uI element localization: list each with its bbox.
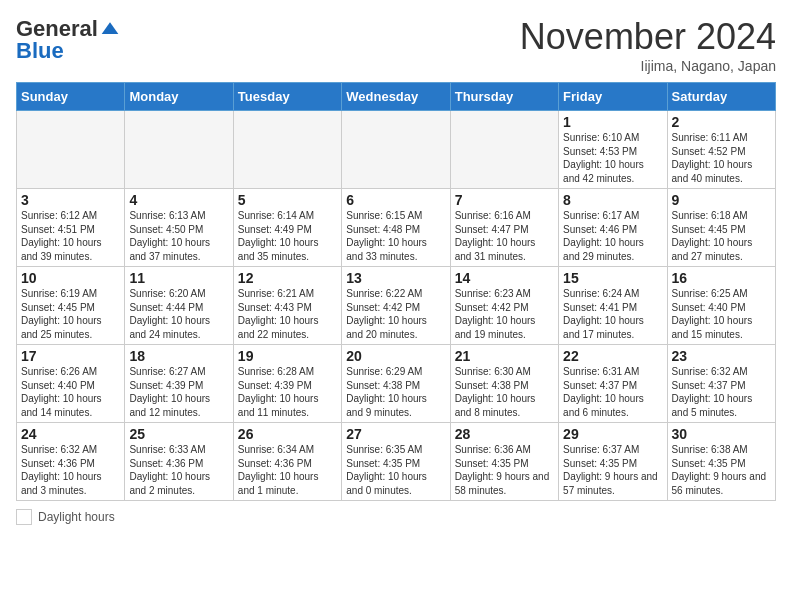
calendar-cell: 14Sunrise: 6:23 AM Sunset: 4:42 PM Dayli… bbox=[450, 267, 558, 345]
day-number: 8 bbox=[563, 192, 662, 208]
day-number: 3 bbox=[21, 192, 120, 208]
day-info: Sunrise: 6:12 AM Sunset: 4:51 PM Dayligh… bbox=[21, 209, 120, 263]
calendar-cell: 18Sunrise: 6:27 AM Sunset: 4:39 PM Dayli… bbox=[125, 345, 233, 423]
calendar-cell: 13Sunrise: 6:22 AM Sunset: 4:42 PM Dayli… bbox=[342, 267, 450, 345]
logo-blue-text: Blue bbox=[16, 38, 64, 64]
calendar-cell: 11Sunrise: 6:20 AM Sunset: 4:44 PM Dayli… bbox=[125, 267, 233, 345]
calendar-cell: 8Sunrise: 6:17 AM Sunset: 4:46 PM Daylig… bbox=[559, 189, 667, 267]
day-info: Sunrise: 6:29 AM Sunset: 4:38 PM Dayligh… bbox=[346, 365, 445, 419]
day-number: 27 bbox=[346, 426, 445, 442]
weekday-header: Saturday bbox=[667, 83, 775, 111]
calendar-cell bbox=[125, 111, 233, 189]
day-info: Sunrise: 6:24 AM Sunset: 4:41 PM Dayligh… bbox=[563, 287, 662, 341]
footer-label: Daylight hours bbox=[38, 510, 115, 524]
day-info: Sunrise: 6:30 AM Sunset: 4:38 PM Dayligh… bbox=[455, 365, 554, 419]
calendar-cell bbox=[342, 111, 450, 189]
day-info: Sunrise: 6:31 AM Sunset: 4:37 PM Dayligh… bbox=[563, 365, 662, 419]
calendar-cell: 12Sunrise: 6:21 AM Sunset: 4:43 PM Dayli… bbox=[233, 267, 341, 345]
day-number: 19 bbox=[238, 348, 337, 364]
day-info: Sunrise: 6:37 AM Sunset: 4:35 PM Dayligh… bbox=[563, 443, 662, 497]
logo-icon bbox=[100, 19, 120, 39]
calendar-cell bbox=[17, 111, 125, 189]
day-info: Sunrise: 6:33 AM Sunset: 4:36 PM Dayligh… bbox=[129, 443, 228, 497]
day-number: 29 bbox=[563, 426, 662, 442]
day-info: Sunrise: 6:15 AM Sunset: 4:48 PM Dayligh… bbox=[346, 209, 445, 263]
day-info: Sunrise: 6:36 AM Sunset: 4:35 PM Dayligh… bbox=[455, 443, 554, 497]
day-number: 25 bbox=[129, 426, 228, 442]
day-number: 22 bbox=[563, 348, 662, 364]
day-number: 5 bbox=[238, 192, 337, 208]
weekday-header: Wednesday bbox=[342, 83, 450, 111]
calendar-cell: 21Sunrise: 6:30 AM Sunset: 4:38 PM Dayli… bbox=[450, 345, 558, 423]
calendar-cell: 24Sunrise: 6:32 AM Sunset: 4:36 PM Dayli… bbox=[17, 423, 125, 501]
calendar-cell bbox=[450, 111, 558, 189]
day-info: Sunrise: 6:20 AM Sunset: 4:44 PM Dayligh… bbox=[129, 287, 228, 341]
calendar-cell: 10Sunrise: 6:19 AM Sunset: 4:45 PM Dayli… bbox=[17, 267, 125, 345]
day-number: 17 bbox=[21, 348, 120, 364]
day-number: 6 bbox=[346, 192, 445, 208]
calendar-cell: 26Sunrise: 6:34 AM Sunset: 4:36 PM Dayli… bbox=[233, 423, 341, 501]
day-number: 4 bbox=[129, 192, 228, 208]
day-number: 15 bbox=[563, 270, 662, 286]
calendar-cell: 9Sunrise: 6:18 AM Sunset: 4:45 PM Daylig… bbox=[667, 189, 775, 267]
day-number: 30 bbox=[672, 426, 771, 442]
day-number: 7 bbox=[455, 192, 554, 208]
day-number: 20 bbox=[346, 348, 445, 364]
day-info: Sunrise: 6:16 AM Sunset: 4:47 PM Dayligh… bbox=[455, 209, 554, 263]
day-number: 13 bbox=[346, 270, 445, 286]
calendar-cell: 23Sunrise: 6:32 AM Sunset: 4:37 PM Dayli… bbox=[667, 345, 775, 423]
calendar-cell: 19Sunrise: 6:28 AM Sunset: 4:39 PM Dayli… bbox=[233, 345, 341, 423]
day-info: Sunrise: 6:38 AM Sunset: 4:35 PM Dayligh… bbox=[672, 443, 771, 497]
calendar-cell: 25Sunrise: 6:33 AM Sunset: 4:36 PM Dayli… bbox=[125, 423, 233, 501]
calendar-week-row: 24Sunrise: 6:32 AM Sunset: 4:36 PM Dayli… bbox=[17, 423, 776, 501]
weekday-header: Friday bbox=[559, 83, 667, 111]
calendar-cell: 5Sunrise: 6:14 AM Sunset: 4:49 PM Daylig… bbox=[233, 189, 341, 267]
calendar-week-row: 17Sunrise: 6:26 AM Sunset: 4:40 PM Dayli… bbox=[17, 345, 776, 423]
calendar-table: SundayMondayTuesdayWednesdayThursdayFrid… bbox=[16, 82, 776, 501]
weekday-header: Tuesday bbox=[233, 83, 341, 111]
day-info: Sunrise: 6:14 AM Sunset: 4:49 PM Dayligh… bbox=[238, 209, 337, 263]
day-number: 12 bbox=[238, 270, 337, 286]
day-number: 14 bbox=[455, 270, 554, 286]
calendar-cell: 22Sunrise: 6:31 AM Sunset: 4:37 PM Dayli… bbox=[559, 345, 667, 423]
footer: Daylight hours bbox=[16, 509, 776, 525]
day-number: 18 bbox=[129, 348, 228, 364]
calendar-cell: 16Sunrise: 6:25 AM Sunset: 4:40 PM Dayli… bbox=[667, 267, 775, 345]
day-number: 11 bbox=[129, 270, 228, 286]
day-number: 21 bbox=[455, 348, 554, 364]
day-info: Sunrise: 6:28 AM Sunset: 4:39 PM Dayligh… bbox=[238, 365, 337, 419]
day-info: Sunrise: 6:19 AM Sunset: 4:45 PM Dayligh… bbox=[21, 287, 120, 341]
day-info: Sunrise: 6:25 AM Sunset: 4:40 PM Dayligh… bbox=[672, 287, 771, 341]
calendar-week-row: 10Sunrise: 6:19 AM Sunset: 4:45 PM Dayli… bbox=[17, 267, 776, 345]
calendar-cell: 27Sunrise: 6:35 AM Sunset: 4:35 PM Dayli… bbox=[342, 423, 450, 501]
day-info: Sunrise: 6:22 AM Sunset: 4:42 PM Dayligh… bbox=[346, 287, 445, 341]
calendar-week-row: 1Sunrise: 6:10 AM Sunset: 4:53 PM Daylig… bbox=[17, 111, 776, 189]
day-info: Sunrise: 6:21 AM Sunset: 4:43 PM Dayligh… bbox=[238, 287, 337, 341]
day-info: Sunrise: 6:18 AM Sunset: 4:45 PM Dayligh… bbox=[672, 209, 771, 263]
day-number: 2 bbox=[672, 114, 771, 130]
day-number: 1 bbox=[563, 114, 662, 130]
title-section: November 2024 Iijima, Nagano, Japan bbox=[520, 16, 776, 74]
weekday-header: Thursday bbox=[450, 83, 558, 111]
month-title: November 2024 bbox=[520, 16, 776, 58]
svg-marker-0 bbox=[102, 22, 119, 34]
calendar-cell: 6Sunrise: 6:15 AM Sunset: 4:48 PM Daylig… bbox=[342, 189, 450, 267]
page-header: General Blue November 2024 Iijima, Nagan… bbox=[16, 16, 776, 74]
day-info: Sunrise: 6:23 AM Sunset: 4:42 PM Dayligh… bbox=[455, 287, 554, 341]
day-info: Sunrise: 6:10 AM Sunset: 4:53 PM Dayligh… bbox=[563, 131, 662, 185]
calendar-cell: 17Sunrise: 6:26 AM Sunset: 4:40 PM Dayli… bbox=[17, 345, 125, 423]
day-number: 28 bbox=[455, 426, 554, 442]
day-info: Sunrise: 6:17 AM Sunset: 4:46 PM Dayligh… bbox=[563, 209, 662, 263]
day-info: Sunrise: 6:32 AM Sunset: 4:36 PM Dayligh… bbox=[21, 443, 120, 497]
weekday-header: Sunday bbox=[17, 83, 125, 111]
calendar-cell: 7Sunrise: 6:16 AM Sunset: 4:47 PM Daylig… bbox=[450, 189, 558, 267]
day-number: 10 bbox=[21, 270, 120, 286]
calendar-cell: 3Sunrise: 6:12 AM Sunset: 4:51 PM Daylig… bbox=[17, 189, 125, 267]
day-info: Sunrise: 6:32 AM Sunset: 4:37 PM Dayligh… bbox=[672, 365, 771, 419]
calendar-cell: 4Sunrise: 6:13 AM Sunset: 4:50 PM Daylig… bbox=[125, 189, 233, 267]
weekday-header-row: SundayMondayTuesdayWednesdayThursdayFrid… bbox=[17, 83, 776, 111]
calendar-cell: 15Sunrise: 6:24 AM Sunset: 4:41 PM Dayli… bbox=[559, 267, 667, 345]
day-number: 24 bbox=[21, 426, 120, 442]
day-info: Sunrise: 6:13 AM Sunset: 4:50 PM Dayligh… bbox=[129, 209, 228, 263]
logo: General Blue bbox=[16, 16, 120, 64]
